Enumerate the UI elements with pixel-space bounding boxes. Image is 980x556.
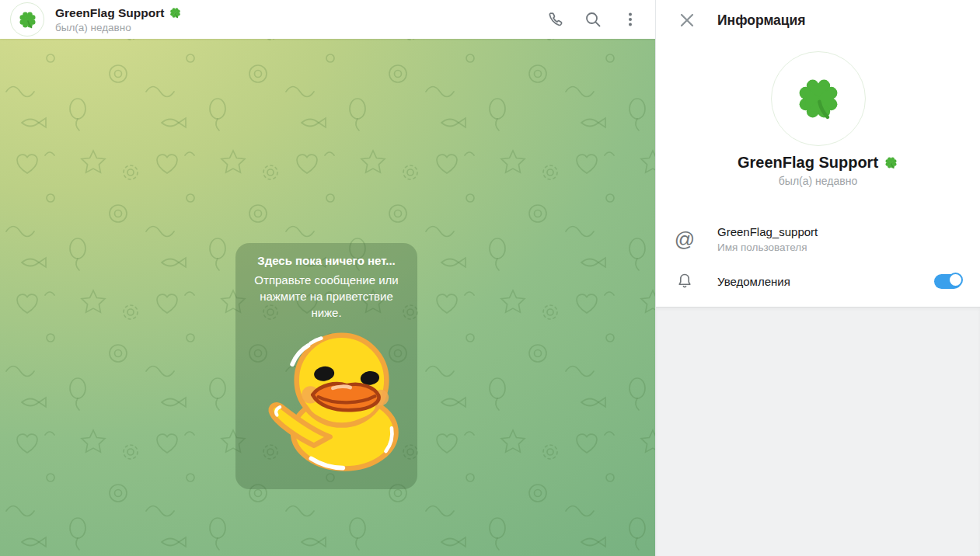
close-icon [678, 12, 696, 29]
profile-avatar[interactable] [771, 51, 866, 146]
toggle-knob [948, 273, 963, 287]
username-label: Имя пользователя [717, 242, 818, 254]
profile-section: GreenFlag Support был(а) недавно [656, 40, 980, 187]
chat-title-block[interactable]: GreenFlag Support был(а) недавно [55, 5, 182, 33]
empty-chat-body: Отправьте сообщение или нажмите на приве… [246, 272, 406, 321]
panel-title: Информация [717, 12, 806, 29]
search-icon [584, 10, 602, 29]
search-button[interactable] [577, 4, 609, 35]
at-icon: @ [675, 229, 695, 249]
info-panel-header: Информация [656, 0, 980, 40]
clover-emoji [169, 6, 182, 19]
chat-area: GreenFlag Support был(а) недавно [0, 0, 655, 556]
info-rows: @ GreenFlag_support Имя пользователя Уве… [656, 215, 980, 307]
phone-icon [546, 10, 565, 29]
profile-status: был(а) недавно [779, 175, 857, 187]
greeting-sticker[interactable] [260, 322, 413, 474]
notifications-toggle[interactable] [934, 274, 961, 289]
notifications-row[interactable]: Уведомления [656, 263, 980, 299]
profile-name: GreenFlag Support [738, 153, 878, 172]
clover-emoji [17, 9, 38, 30]
clover-emoji [793, 73, 844, 124]
call-button[interactable] [540, 4, 571, 35]
duck-sticker-image [260, 322, 413, 474]
bell-icon [675, 272, 694, 290]
kebab-menu-icon [621, 10, 640, 29]
chat-title: GreenFlag Support [55, 5, 164, 20]
empty-chat-card: Здесь пока ничего нет... Отправьте сообщ… [235, 243, 417, 489]
chat-header-actions [534, 4, 646, 35]
clover-emoji [884, 155, 898, 170]
username-row[interactable]: @ GreenFlag_support Имя пользователя [656, 215, 980, 263]
close-button[interactable] [674, 7, 700, 33]
info-panel: Информация GreenFlag Support был(а) неда… [655, 0, 980, 556]
empty-chat-title: Здесь пока ничего нет... [257, 253, 395, 269]
chat-avatar[interactable] [10, 2, 44, 36]
notifications-label: Уведомления [717, 274, 790, 289]
chat-header: GreenFlag Support был(а) недавно [0, 0, 655, 39]
menu-button[interactable] [615, 4, 646, 35]
username-value: GreenFlag_support [717, 224, 818, 239]
panel-background-filler [656, 307, 980, 556]
chat-status: был(а) недавно [55, 22, 182, 33]
